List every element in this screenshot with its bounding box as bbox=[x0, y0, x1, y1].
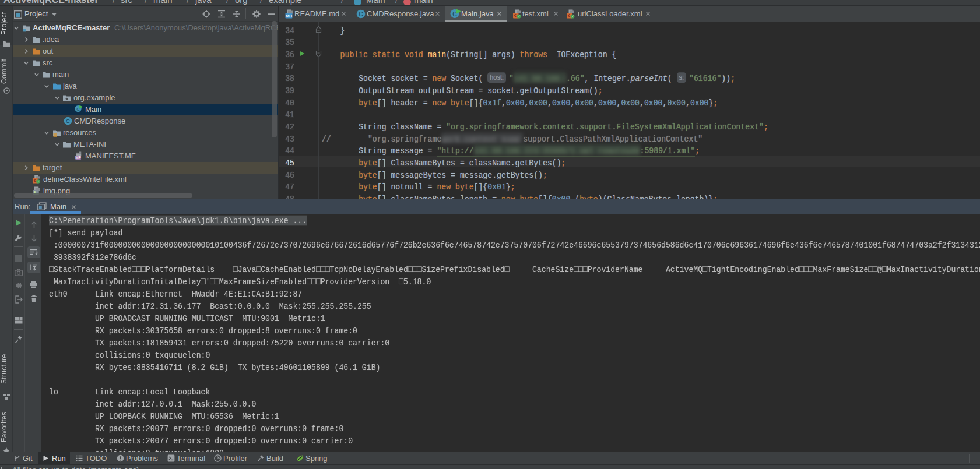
svg-text:MD: MD bbox=[286, 14, 292, 18]
svg-text:C: C bbox=[359, 10, 363, 17]
svg-text:C: C bbox=[66, 118, 70, 124]
svg-text:MF: MF bbox=[75, 156, 80, 160]
